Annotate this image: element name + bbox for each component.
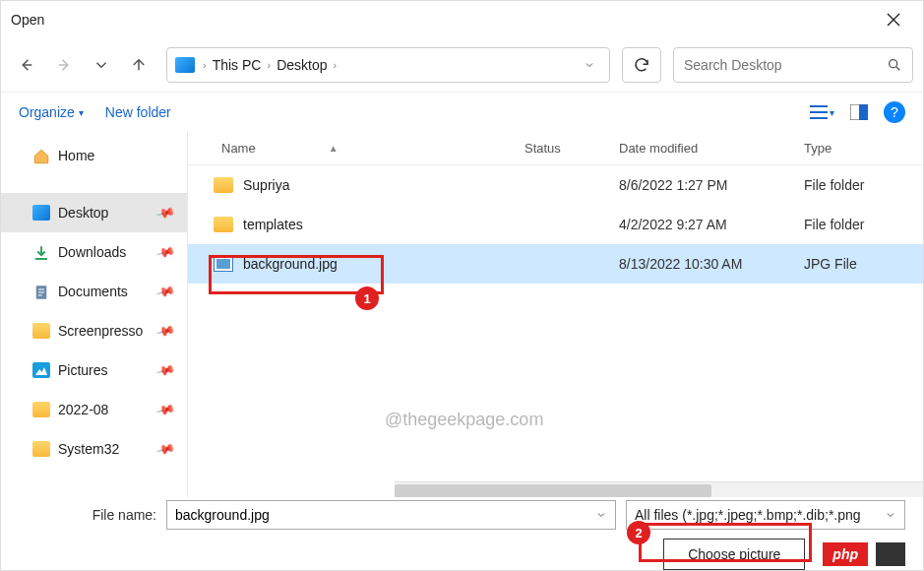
php-stub bbox=[876, 542, 905, 566]
nav-row: › This PC › Desktop › bbox=[1, 38, 923, 93]
annotation-badge-2: 2 bbox=[627, 521, 650, 544]
file-type: File folder bbox=[792, 217, 923, 232]
col-type[interactable]: Type bbox=[792, 141, 923, 156]
col-name[interactable]: Name▲ bbox=[188, 141, 513, 156]
title-bar: Open bbox=[1, 1, 923, 38]
file-row[interactable]: templates 4/2/2022 9:27 AM File folder bbox=[188, 205, 923, 244]
address-bar[interactable]: › This PC › Desktop › bbox=[166, 47, 610, 83]
filename-label: File name: bbox=[19, 507, 156, 523]
file-name: Supriya bbox=[243, 177, 289, 193]
chevron-down-icon bbox=[584, 59, 595, 71]
window-title: Open bbox=[11, 12, 874, 28]
recent-dropdown[interactable] bbox=[86, 49, 117, 81]
filename-input[interactable] bbox=[175, 507, 595, 523]
svg-rect-2 bbox=[859, 104, 868, 120]
download-icon bbox=[32, 244, 50, 260]
sidebar-item-documents[interactable]: Documents 📌 bbox=[1, 272, 187, 311]
file-date: 4/2/2022 9:27 AM bbox=[607, 217, 792, 232]
sort-asc-icon: ▲ bbox=[329, 143, 339, 154]
file-type: JPG File bbox=[792, 256, 923, 272]
close-icon bbox=[887, 13, 900, 27]
php-badge: php bbox=[823, 542, 868, 566]
sidebar-item-screenpresso[interactable]: Screenpresso 📌 bbox=[1, 311, 187, 350]
annotation-box-1 bbox=[209, 255, 384, 294]
sidebar-item-label: Downloads bbox=[58, 244, 126, 260]
breadcrumb-root[interactable]: This PC bbox=[209, 57, 266, 73]
document-icon bbox=[32, 284, 50, 299]
sidebar-item-2022-08[interactable]: 2022-08 📌 bbox=[1, 390, 187, 429]
file-date: 8/13/2022 10:30 AM bbox=[607, 256, 792, 272]
file-date: 8/6/2022 1:27 PM bbox=[607, 177, 792, 193]
col-status[interactable]: Status bbox=[513, 141, 607, 156]
sidebar-item-label: System32 bbox=[58, 441, 119, 457]
up-button[interactable] bbox=[123, 49, 154, 81]
arrow-left-icon bbox=[18, 56, 35, 74]
back-button[interactable] bbox=[11, 49, 42, 81]
sidebar-item-label: Screenpresso bbox=[58, 323, 143, 339]
column-header: Name▲ Status Date modified Type bbox=[188, 132, 923, 165]
search-box[interactable] bbox=[673, 47, 913, 83]
search-icon bbox=[887, 57, 902, 73]
chevron-down-icon bbox=[595, 509, 607, 521]
pc-icon bbox=[175, 57, 195, 73]
chevron-right-icon: › bbox=[265, 59, 273, 71]
pin-icon: 📌 bbox=[154, 439, 175, 460]
chevron-right-icon: › bbox=[201, 59, 209, 71]
filename-combo[interactable] bbox=[166, 500, 616, 530]
folder-icon bbox=[32, 402, 50, 417]
chevron-down-icon bbox=[885, 509, 896, 521]
sidebar-item-label: Documents bbox=[58, 284, 128, 299]
sidebar-item-system32[interactable]: System32 📌 bbox=[1, 429, 187, 469]
file-name: templates bbox=[243, 217, 303, 232]
close-button[interactable] bbox=[874, 1, 913, 38]
address-dropdown[interactable] bbox=[578, 59, 601, 71]
organize-menu[interactable]: Organize ▾ bbox=[19, 104, 84, 120]
new-folder-button[interactable]: New folder bbox=[105, 104, 171, 120]
refresh-icon bbox=[633, 56, 650, 74]
home-icon bbox=[32, 148, 50, 163]
main-area: Home Desktop 📌 Downloads 📌 Documents 📌 S… bbox=[1, 132, 923, 499]
sidebar-item-pictures[interactable]: Pictures 📌 bbox=[1, 350, 187, 390]
file-pane: Name▲ Status Date modified Type Supriya … bbox=[188, 132, 923, 499]
annotation-box-2 bbox=[639, 523, 812, 562]
sidebar-item-desktop[interactable]: Desktop 📌 bbox=[1, 193, 187, 232]
list-icon bbox=[810, 105, 828, 119]
sidebar-item-downloads[interactable]: Downloads 📌 bbox=[1, 232, 187, 272]
file-type: File folder bbox=[792, 177, 923, 193]
pin-icon: 📌 bbox=[154, 242, 175, 263]
sidebar-item-label: 2022-08 bbox=[58, 402, 108, 417]
folder-icon bbox=[214, 177, 233, 193]
col-name-label: Name bbox=[221, 141, 256, 156]
pictures-icon bbox=[32, 362, 50, 378]
sidebar-item-label: Desktop bbox=[58, 205, 108, 221]
view-menu[interactable]: ▾ bbox=[810, 105, 834, 119]
sidebar: Home Desktop 📌 Downloads 📌 Documents 📌 S… bbox=[1, 132, 188, 499]
help-button[interactable]: ? bbox=[884, 101, 905, 123]
desktop-icon bbox=[32, 205, 50, 221]
folder-icon bbox=[32, 441, 50, 457]
preview-icon bbox=[850, 104, 868, 120]
folder-icon bbox=[32, 323, 50, 339]
pin-icon: 📌 bbox=[154, 282, 175, 302]
preview-pane-button[interactable] bbox=[850, 104, 868, 120]
file-row[interactable]: Supriya 8/6/2022 1:27 PM File folder bbox=[188, 165, 923, 205]
breadcrumb-folder[interactable]: Desktop bbox=[273, 57, 331, 73]
col-date[interactable]: Date modified bbox=[607, 141, 792, 156]
refresh-button[interactable] bbox=[622, 47, 661, 83]
forward-button[interactable] bbox=[48, 49, 80, 81]
sidebar-item-home[interactable]: Home bbox=[1, 136, 187, 175]
chevron-down-icon bbox=[92, 56, 110, 74]
sidebar-item-label: Pictures bbox=[58, 362, 108, 378]
search-input[interactable] bbox=[684, 57, 887, 73]
pin-icon: 📌 bbox=[154, 321, 175, 342]
pin-icon: 📌 bbox=[154, 400, 175, 420]
annotation-badge-1: 1 bbox=[355, 286, 379, 310]
organize-label: Organize bbox=[19, 104, 75, 120]
arrow-up-icon bbox=[130, 56, 148, 74]
toolbar: Organize ▾ New folder ▾ ? bbox=[1, 93, 923, 132]
scroll-thumb[interactable] bbox=[395, 484, 711, 498]
arrow-right-icon bbox=[55, 56, 73, 74]
svg-point-0 bbox=[890, 60, 897, 68]
filter-label: All files (*.jpg;*.jpeg;*.bmp;*.dib;*.pn… bbox=[635, 507, 861, 523]
sidebar-item-label: Home bbox=[58, 148, 94, 163]
